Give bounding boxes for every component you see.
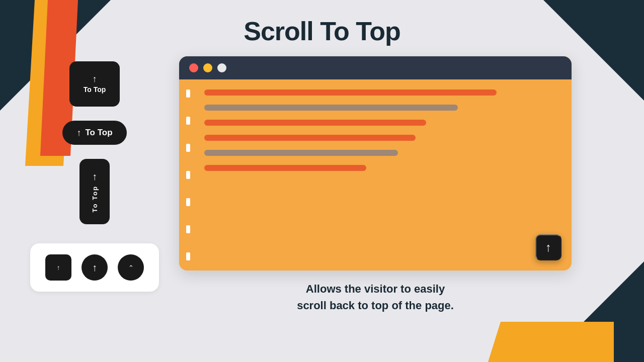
- arrow-up-icon-5: ↑: [92, 262, 97, 274]
- arrow-up-icon-4: ↑: [57, 264, 60, 272]
- line-row-1: [204, 89, 556, 96]
- right-panel: ↑ Allows the visitor to easily scroll ba…: [179, 56, 572, 314]
- arrow-up-icon-6: ⌃: [128, 264, 134, 272]
- scroll-top-button-square[interactable]: ↑ To Top: [69, 61, 120, 107]
- small-buttons-container: ↑ ↑ ⌃: [30, 243, 159, 292]
- description-text: Allows the visitor to easily scroll back…: [297, 281, 454, 314]
- content-line-4: [204, 135, 416, 141]
- line-row-3: [204, 120, 556, 126]
- buttons-panel: ↑ To Top ↑ To Top ↑ To Top ↑: [30, 56, 159, 292]
- browser-content: ↑: [179, 79, 572, 270]
- scroll-indicator: [186, 89, 190, 260]
- scroll-top-button-small-rounded[interactable]: ↑: [82, 254, 108, 281]
- btn-pill-label: To Top: [85, 128, 112, 138]
- content-line-5: [204, 150, 398, 156]
- line-row-4: [204, 135, 556, 141]
- line-row-6: [204, 165, 556, 171]
- content-line-6: [204, 165, 366, 171]
- browser-dot-red: [189, 63, 198, 72]
- btn-tall-label: To Top: [91, 186, 99, 212]
- scroll-top-button-small-circle[interactable]: ⌃: [118, 254, 144, 281]
- content-line-1: [204, 89, 497, 96]
- browser-dot-yellow: [203, 63, 212, 72]
- content-line-2: [204, 105, 458, 111]
- line-row-2: [204, 105, 556, 111]
- scroll-tick-7: [186, 252, 190, 260]
- browser-dot-white: [217, 63, 226, 72]
- browser-arrow-up-icon: ↑: [545, 240, 551, 254]
- arrow-up-icon-2: ↑: [76, 128, 81, 137]
- page-title: Scroll To Top: [244, 16, 400, 46]
- scroll-tick-4: [186, 171, 190, 179]
- description-line2: scroll back to top of the page.: [297, 299, 454, 312]
- scroll-tick-3: [186, 144, 190, 152]
- scroll-top-button-pill[interactable]: ↑ To Top: [62, 121, 126, 145]
- scroll-tick-5: [186, 198, 190, 206]
- scroll-tick-2: [186, 117, 190, 125]
- arrow-up-icon: ↑: [93, 74, 97, 83]
- line-row-5: [204, 150, 556, 156]
- scroll-tick-6: [186, 225, 190, 233]
- scroll-top-button-tall[interactable]: ↑ To Top: [79, 159, 110, 224]
- scroll-tick-1: [186, 89, 190, 98]
- browser-titlebar: [179, 56, 572, 79]
- browser-mockup: ↑: [179, 56, 572, 270]
- browser-scroll-top-button[interactable]: ↑: [535, 234, 561, 260]
- btn-square-label: To Top: [84, 85, 106, 94]
- description-line1: Allows the visitor to easily: [306, 283, 445, 295]
- scroll-top-button-small-square[interactable]: ↑: [45, 254, 71, 281]
- arrow-up-icon-3: ↑: [92, 171, 97, 183]
- content-line-3: [204, 120, 426, 126]
- content-lines: [189, 89, 556, 171]
